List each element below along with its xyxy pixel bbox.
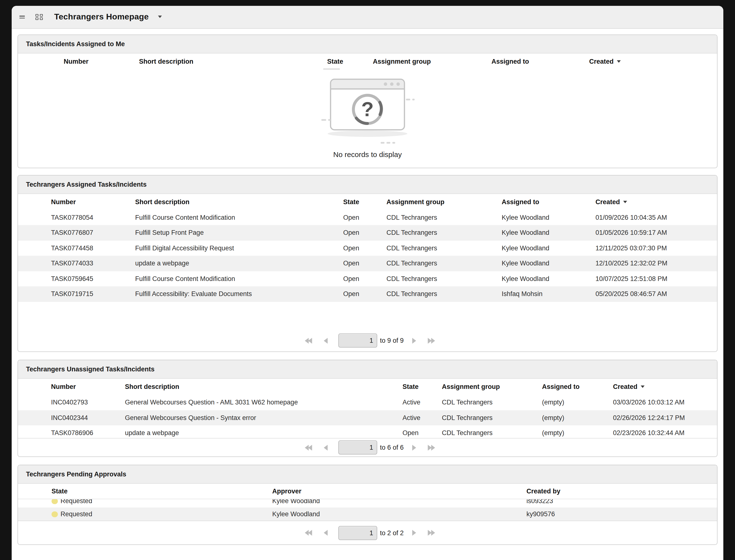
- col-approver[interactable]: Approver: [272, 488, 526, 495]
- table-header-row: Number Short description State Assignmen…: [18, 379, 717, 395]
- state-column-underline: [323, 69, 340, 70]
- table-body: Requested Kylee Woodland is093223 Reques…: [18, 499, 717, 521]
- previous-page-button[interactable]: [324, 530, 327, 536]
- widget-title: Techrangers Unassigned Tasks/Incidents: [18, 360, 717, 379]
- cell-number[interactable]: TASK0778054: [51, 214, 135, 221]
- col-assignment-group[interactable]: Assignment group: [386, 198, 502, 205]
- browser-page: Techrangers Homepage Tasks/Incidents Ass…: [12, 6, 723, 560]
- next-page-button[interactable]: [412, 445, 416, 450]
- cell-number[interactable]: TASK0774458: [51, 245, 135, 252]
- last-page-button[interactable]: [428, 338, 435, 343]
- cell-number[interactable]: TASK0719715: [51, 290, 135, 298]
- pagination: 1 to 2 of 2: [305, 526, 435, 540]
- col-number[interactable]: Number: [64, 58, 139, 65]
- pagination: 1 to 9 of 9: [305, 333, 435, 348]
- table-row[interactable]: INC0402344General Webcourses Question - …: [18, 410, 717, 425]
- list-footer: 1 to 9 of 9: [18, 330, 717, 351]
- list-footer: 1 to 6 of 6: [18, 438, 717, 456]
- next-page-button[interactable]: [412, 530, 416, 536]
- sort-descending-icon: [623, 201, 627, 203]
- homepage-canvas: Tasks/Incidents Assigned to Me Number Sh…: [12, 29, 723, 545]
- cell-number[interactable]: TASK0759645: [51, 275, 135, 282]
- widget-pending-approvals: Techrangers Pending Approvals State Appr…: [17, 465, 717, 545]
- table-row[interactable]: TASK0774033update a webpageOpenCDL Techr…: [18, 256, 717, 271]
- sort-descending-icon: [641, 385, 645, 388]
- previous-page-button[interactable]: [324, 338, 327, 343]
- col-state[interactable]: State: [327, 58, 373, 65]
- widget-title: Techrangers Pending Approvals: [18, 465, 717, 484]
- cell-number[interactable]: INC0402344: [51, 414, 125, 421]
- first-page-button[interactable]: [305, 445, 312, 450]
- last-page-button[interactable]: [428, 530, 435, 536]
- table-header-row: State Approver Created by: [18, 484, 717, 499]
- table-row[interactable]: TASK0759645Fulfill Course Content Modifi…: [18, 271, 717, 286]
- col-state[interactable]: State: [403, 383, 442, 390]
- page-input[interactable]: 1: [338, 440, 377, 455]
- chevron-down-icon[interactable]: [158, 16, 162, 18]
- empty-state: ? No records to display: [18, 70, 717, 168]
- table-row[interactable]: Requested Kylee Woodland is093223: [18, 499, 717, 507]
- viewport: Techrangers Homepage Tasks/Incidents Ass…: [0, 0, 735, 560]
- table-row[interactable]: TASK0778054Fulfill Course Content Modifi…: [18, 210, 717, 225]
- menu-icon[interactable]: [19, 15, 25, 18]
- cell-number[interactable]: INC0402793: [51, 399, 125, 406]
- app-grid-icon[interactable]: [35, 14, 43, 20]
- requested-status-icon: [52, 499, 58, 504]
- table-row[interactable]: TASK0719715Fulfill Accessibility: Evalua…: [18, 286, 717, 302]
- pagination-label: to 9 of 9: [380, 337, 404, 344]
- last-page-button[interactable]: [428, 445, 435, 450]
- col-assigned-to[interactable]: Assigned to: [542, 383, 613, 390]
- table-row[interactable]: TASK0776807Fulfill Setup Front PageOpenC…: [18, 225, 717, 240]
- pagination-label: to 2 of 2: [380, 529, 404, 536]
- widget-team-assigned: Techrangers Assigned Tasks/Incidents Num…: [17, 175, 717, 352]
- col-state[interactable]: State: [52, 488, 272, 495]
- cell-number[interactable]: TASK0776807: [51, 229, 135, 236]
- page-title[interactable]: Techrangers Homepage: [54, 12, 149, 22]
- col-assignment-group[interactable]: Assignment group: [442, 383, 542, 390]
- table-body: TASK0778054Fulfill Course Content Modifi…: [18, 210, 717, 302]
- list-footer: 1 to 2 of 2: [18, 521, 717, 544]
- table-header-row: Number Short description State Assignmen…: [18, 53, 717, 70]
- next-page-button[interactable]: [412, 338, 416, 343]
- no-records-illustration: ?: [309, 77, 426, 150]
- widget-title: Tasks/Incidents Assigned to Me: [18, 35, 717, 53]
- page-input[interactable]: 1: [338, 333, 377, 348]
- widget-title: Techrangers Assigned Tasks/Incidents: [18, 175, 717, 194]
- first-page-button[interactable]: [305, 338, 312, 343]
- top-bar: Techrangers Homepage: [12, 6, 723, 29]
- table-body: INC0402793General Webcourses Question - …: [18, 395, 717, 441]
- col-state[interactable]: State: [343, 198, 386, 205]
- table-row[interactable]: TASK0774458Fulfill Digital Accessibility…: [18, 240, 717, 256]
- table-row[interactable]: Requested Kylee Woodland ky909576: [18, 507, 717, 521]
- cell-number[interactable]: TASK0774033: [51, 260, 135, 267]
- col-created-by[interactable]: Created by: [526, 488, 717, 495]
- col-short-description[interactable]: Short description: [125, 383, 403, 390]
- previous-page-button[interactable]: [324, 445, 327, 450]
- pagination: 1 to 6 of 6: [305, 440, 435, 455]
- pagination-label: to 6 of 6: [380, 444, 404, 451]
- svg-text:?: ?: [361, 98, 374, 121]
- col-short-description[interactable]: Short description: [135, 198, 343, 205]
- col-assigned-to[interactable]: Assigned to: [502, 198, 595, 205]
- table-row[interactable]: INC0402793General Webcourses Question - …: [18, 395, 717, 410]
- page-input[interactable]: 1: [338, 526, 377, 540]
- col-created[interactable]: Created: [589, 58, 717, 65]
- cell-number[interactable]: TASK0786906: [51, 429, 125, 437]
- col-created[interactable]: Created: [613, 383, 717, 390]
- col-short-description[interactable]: Short description: [139, 58, 327, 65]
- col-created[interactable]: Created: [595, 198, 717, 205]
- widget-assigned-to-me: Tasks/Incidents Assigned to Me Number Sh…: [17, 35, 717, 168]
- first-page-button[interactable]: [305, 530, 312, 536]
- requested-status-icon: [52, 511, 58, 517]
- col-number[interactable]: Number: [51, 383, 125, 390]
- sort-descending-icon: [617, 60, 621, 63]
- table-header-row: Number Short description State Assignmen…: [18, 194, 717, 210]
- empty-message: No records to display: [333, 150, 402, 158]
- col-assignment-group[interactable]: Assignment group: [373, 58, 491, 65]
- col-assigned-to[interactable]: Assigned to: [491, 58, 589, 65]
- widget-team-unassigned: Techrangers Unassigned Tasks/Incidents N…: [17, 360, 717, 457]
- col-number[interactable]: Number: [51, 198, 135, 205]
